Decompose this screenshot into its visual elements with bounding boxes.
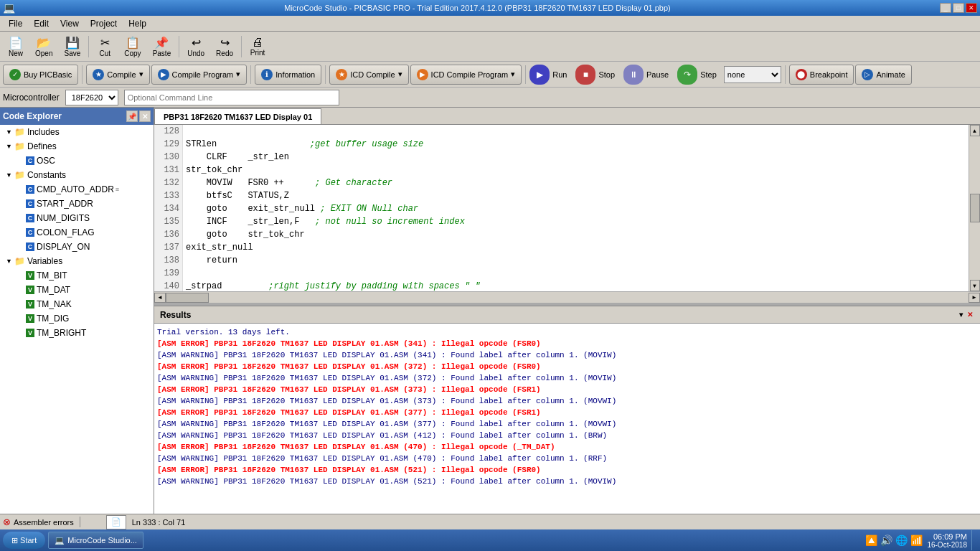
taskbar-app-button[interactable]: 💻 MicroCode Studio... (48, 532, 143, 549)
information-button[interactable]: ℹ Information (255, 65, 321, 85)
line-num-134: 134 (154, 202, 182, 215)
tb2-sep-5 (785, 65, 786, 84)
animate-icon: ▷ (862, 69, 873, 80)
tree-item-tm-dat[interactable]: V TM_DAT (0, 283, 154, 297)
compile-button[interactable]: ★ Compile ▾ (86, 65, 149, 85)
toolbar-separator-3 (241, 36, 242, 57)
new-button[interactable]: 📄 New (3, 34, 29, 60)
menu-help[interactable]: Help (123, 17, 152, 30)
buy-label: Buy PICBasic (24, 70, 72, 79)
result-line-13: [ASM WARNING] PBP31 18F2620 TM1637 LED D… (157, 476, 977, 487)
scrollbar-thumb-v[interactable] (970, 194, 980, 222)
ce-close-button[interactable]: ✕ (139, 110, 151, 122)
title-bar: 💻 MicroCode Studio - PICBASIC PRO - Tria… (0, 0, 980, 16)
tree-item-includes[interactable]: ▼ 📁 Includes (0, 125, 154, 139)
command-line-input[interactable] (124, 90, 339, 105)
buy-picbasic-button[interactable]: ✓ Buy PICBasic (3, 65, 78, 85)
tree-item-start-addr[interactable]: C START_ADDR (0, 197, 154, 211)
menu-project[interactable]: Project (85, 17, 123, 30)
tb2-sep-2 (250, 65, 251, 84)
new-label: New (9, 50, 23, 57)
icd-compile-program-label: ICD Compile Program (431, 70, 509, 79)
minimize-button[interactable]: _ (940, 3, 951, 13)
tray-icon-2: 🔊 (880, 534, 892, 546)
line-num-128: 128 (154, 125, 182, 138)
tree-arrow-includes: ▼ (6, 128, 14, 136)
code-scrollbar-vertical[interactable]: ▲ ▼ (969, 125, 980, 291)
menu-edit[interactable]: Edit (28, 17, 55, 30)
cut-button[interactable]: ✂ Cut (92, 34, 118, 60)
scrollbar-up-button[interactable]: ▲ (970, 125, 980, 136)
results-close-button[interactable]: ✕ (966, 309, 974, 320)
results-dropdown-button[interactable]: ▾ (958, 309, 964, 320)
open-button[interactable]: 📂 Open (30, 34, 57, 60)
open-label: Open (35, 50, 52, 57)
ce-pin-button[interactable]: 📌 (126, 110, 138, 122)
tab-main[interactable]: PBP31 18F2620 TM1637 LED Display 01 (154, 108, 321, 124)
tree-item-display-on[interactable]: C DISPLAY_ON (0, 240, 154, 254)
copy-button[interactable]: 📋 Copy (119, 34, 146, 60)
pause-button[interactable]: ⏸ (623, 65, 644, 85)
scrollbar-down-button[interactable]: ▼ (970, 280, 980, 291)
scrollbar-thumb-h[interactable] (166, 293, 209, 303)
code-editor[interactable]: STRlen ;get buffer usage size CLRF _str_… (183, 125, 969, 291)
none-dropdown[interactable]: none (724, 66, 781, 83)
result-line-5: [ASM ERROR] PBP31 18F2620 TM1637 LED DIS… (157, 384, 977, 395)
compile-dropdown-arrow[interactable]: ▾ (139, 70, 143, 79)
error-icon: ⊗ (3, 517, 11, 527)
var-icon-tmdat: V (26, 286, 34, 294)
tree-label-defines: Defines (27, 141, 57, 151)
run-button[interactable]: ▶ (529, 65, 550, 85)
compile-program-button[interactable]: ▶ Compile Program ▾ (151, 65, 248, 85)
icd-compile-program-button[interactable]: ▶ ICD Compile Program ▾ (410, 65, 522, 85)
paste-button[interactable]: 📌 Paste (148, 34, 176, 60)
tree-item-variables[interactable]: ▼ 📁 Variables (0, 254, 154, 268)
breakpoint-button[interactable]: ⬤ Breakpoint (789, 65, 854, 85)
tree-item-num-digits[interactable]: C NUM_DIGITS (0, 211, 154, 225)
mc-select[interactable]: 18F2620 (65, 90, 118, 105)
close-button[interactable]: ✕ (966, 3, 977, 13)
tree-item-osc[interactable]: C OSC (0, 154, 154, 168)
taskbar-left: ⊞ Start 💻 MicroCode Studio... (3, 532, 143, 549)
result-line-7: [ASM ERROR] PBP31 18F2620 TM1637 LED DIS… (157, 407, 977, 418)
tree-item-tm-bright[interactable]: V TM_BRIGHT (0, 326, 154, 340)
step-label: Step (700, 70, 717, 79)
tree-item-constants[interactable]: ▼ 📁 Constants (0, 168, 154, 182)
icd-compile-button[interactable]: ★ ICD Compile ▾ (329, 65, 408, 85)
scrollbar-left-button[interactable]: ◄ (154, 293, 166, 303)
stop-button[interactable]: ■ (575, 65, 595, 85)
results-header-controls: ▾ ✕ (958, 309, 974, 320)
maximize-button[interactable]: □ (953, 3, 964, 13)
tree-item-defines[interactable]: ▼ 📁 Defines (0, 139, 154, 154)
icd-compile-program-dropdown-arrow[interactable]: ▾ (511, 70, 515, 79)
file-icon-status: 📄 (106, 515, 126, 529)
tree-label-constants: Constants (27, 170, 66, 180)
result-line-2: [ASM WARNING] PBP31 18F2620 TM1637 LED D… (157, 349, 977, 361)
show-desktop-button[interactable] (971, 530, 977, 550)
window-title: MicroCode Studio - PICBASIC PRO - Trial … (15, 4, 940, 12)
start-button[interactable]: ⊞ Start (3, 532, 45, 549)
main-content: Code Explorer 📌 ✕ ▼ 📁 Includes ▼ 📁 Defin… (0, 108, 980, 514)
taskbar-app-label: MicroCode Studio... (67, 536, 137, 545)
undo-icon: ↩ (192, 36, 201, 50)
redo-button[interactable]: ↪ Redo (211, 34, 238, 60)
menu-view[interactable]: View (55, 17, 85, 30)
code-explorer: Code Explorer 📌 ✕ ▼ 📁 Includes ▼ 📁 Defin… (0, 108, 154, 514)
tree-item-colon-flag[interactable]: C COLON_FLAG (0, 225, 154, 240)
undo-button[interactable]: ↩ Undo (182, 34, 209, 60)
tree-item-cmd-auto-addr[interactable]: C CMD_AUTO_ADDR ≡ (0, 182, 154, 197)
code-line-136: exit_str_null (186, 242, 253, 253)
scrollbar-right-button[interactable]: ► (969, 293, 980, 303)
save-button[interactable]: 💾 Save (59, 34, 85, 60)
tree-item-tm-dig[interactable]: V TM_DIG (0, 311, 154, 326)
buy-icon: ✓ (9, 69, 21, 80)
step-button[interactable]: ↷ (677, 65, 697, 85)
menu-file[interactable]: File (3, 17, 28, 30)
tb2-sep-1 (82, 65, 83, 84)
animate-button[interactable]: ▷ Animate (855, 65, 911, 85)
tree-item-tm-nak[interactable]: V TM_NAK (0, 297, 154, 311)
tree-item-tm-bit[interactable]: V TM_BIT (0, 268, 154, 283)
icd-compile-dropdown-arrow[interactable]: ▾ (398, 70, 402, 79)
compile-program-dropdown-arrow[interactable]: ▾ (236, 70, 240, 79)
print-button[interactable]: 🖨 Print (245, 34, 270, 60)
